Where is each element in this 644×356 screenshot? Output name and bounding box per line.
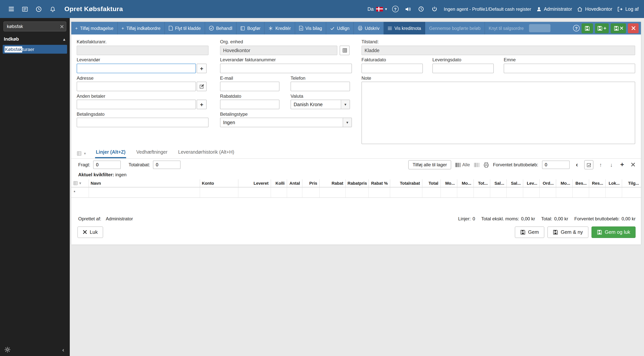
col-tot[interactable]: Tot... <box>474 179 490 187</box>
process-button[interactable]: Behandl <box>205 22 236 34</box>
leveringsdato-input[interactable] <box>432 64 494 73</box>
save-and-new-button[interactable]: Gem & ny <box>547 226 588 238</box>
clear-search-icon[interactable] <box>59 24 65 30</box>
toolbar-save-button[interactable] <box>582 23 593 33</box>
col-sal-2[interactable]: Sal... <box>506 179 523 187</box>
add-receipt-button[interactable]: + Tilføj modtagelse <box>71 22 118 34</box>
rabatdato-input[interactable] <box>220 100 280 109</box>
col-tilg[interactable]: Tilg... <box>622 179 641 187</box>
col-mo-2[interactable]: Mo... <box>457 179 474 187</box>
tab-vedhaeftninger[interactable]: Vedhæftninger <box>136 150 168 158</box>
cell[interactable] <box>287 187 302 197</box>
help-icon[interactable]: ? <box>392 6 398 12</box>
col-mo-3[interactable]: Mo... <box>556 179 572 187</box>
save-and-close-button[interactable]: Gem og luk <box>591 226 636 238</box>
close-button[interactable]: Luk <box>78 226 103 238</box>
cell[interactable] <box>523 187 539 197</box>
grid-options-group[interactable]: ▾ <box>77 151 86 158</box>
forventet-input[interactable] <box>542 160 570 169</box>
cell[interactable] <box>605 187 622 197</box>
fragt-input[interactable] <box>93 160 121 169</box>
notifications-bell-icon[interactable] <box>47 3 58 15</box>
org-enhed-input[interactable] <box>220 46 337 55</box>
cell[interactable] <box>440 187 457 197</box>
col-lok[interactable]: Lok... <box>605 179 622 187</box>
add-line-icon[interactable]: + <box>619 161 626 168</box>
col-leveret[interactable]: Leveret <box>238 179 271 187</box>
collapse-sidebar-button[interactable]: ‹ <box>59 345 68 354</box>
credit-button[interactable]: Kreditér <box>265 22 295 34</box>
logout-button[interactable]: Log af <box>617 6 639 12</box>
col-total[interactable]: Total <box>422 179 440 187</box>
col-ord[interactable]: Ord... <box>539 179 556 187</box>
tab-leverandorhistorik[interactable]: Leverandørhistorik (Alt+H) <box>178 150 235 158</box>
fakturadato-input[interactable] <box>362 64 423 73</box>
sidebar-item-kobsfakturaer[interactable]: Købsfakturaer <box>3 45 67 54</box>
col-rabat-pct[interactable]: Rabat % <box>368 179 390 187</box>
col-bes[interactable]: Bes... <box>572 179 589 187</box>
cell[interactable] <box>302 187 319 197</box>
add-leverandor-icon[interactable]: + <box>197 64 206 73</box>
cell[interactable] <box>539 187 556 197</box>
user-menu[interactable]: Administrator <box>536 6 572 12</box>
cell[interactable] <box>474 187 490 197</box>
col-mo-1[interactable]: Mo... <box>440 179 457 187</box>
new-row-marker-cell[interactable]: * <box>71 187 88 197</box>
col-kolli[interactable]: Kolli <box>271 179 287 187</box>
lev-fakturanr-input[interactable] <box>220 64 352 73</box>
cell[interactable] <box>346 187 368 197</box>
cell[interactable] <box>238 187 271 197</box>
post-button[interactable]: Bogfør <box>236 22 265 34</box>
col-konto[interactable]: Konto <box>200 179 238 187</box>
scan-single-icon[interactable] <box>474 162 480 167</box>
view-credit-note-button[interactable]: Vis kreditnota <box>384 22 425 34</box>
tab-linjer[interactable]: Linjer (Alt+Z) <box>95 150 126 158</box>
print-lines-icon[interactable] <box>484 162 489 168</box>
anden-betaler-input[interactable] <box>77 100 196 109</box>
power-icon[interactable] <box>430 3 439 15</box>
col-pris[interactable]: Pris <box>302 179 319 187</box>
org-enhed-lookup-icon[interactable] <box>340 46 350 55</box>
col-res[interactable]: Res... <box>589 179 605 187</box>
note-textarea[interactable] <box>362 82 635 144</box>
col-navn[interactable]: Navn <box>88 179 200 187</box>
cell[interactable] <box>368 187 390 197</box>
cell[interactable] <box>457 187 474 197</box>
col-lev[interactable]: Lev... <box>523 179 539 187</box>
telefon-input[interactable] <box>290 82 350 91</box>
totalrabat-input[interactable] <box>153 160 181 169</box>
cell[interactable] <box>390 187 422 197</box>
col-rabatpris[interactable]: Rabatpris <box>346 179 368 187</box>
delete-line-icon[interactable] <box>630 162 636 168</box>
row-selector-header[interactable]: ▾ <box>71 179 88 187</box>
toolbar-help-icon[interactable]: ? <box>573 25 580 32</box>
speaker-icon[interactable] <box>404 3 412 15</box>
settings-gear-icon[interactable] <box>3 345 12 354</box>
cell[interactable] <box>622 187 641 197</box>
clock-icon[interactable] <box>417 3 425 15</box>
cell[interactable] <box>422 187 440 197</box>
leverandor-input[interactable] <box>77 64 196 73</box>
edit-adresse-icon[interactable] <box>197 82 206 91</box>
search-input[interactable] <box>4 22 66 32</box>
betalingstype-select[interactable]: Ingen ▾ <box>220 118 352 127</box>
language-selector[interactable]: Da ▾ <box>368 6 387 12</box>
new-line-row[interactable]: * <box>71 187 641 197</box>
email-input[interactable] <box>220 82 280 91</box>
toolbar-save-close-button[interactable] <box>611 23 626 33</box>
valuta-select[interactable]: Danish Krone ▾ <box>290 100 350 109</box>
save-button[interactable]: Gem <box>514 226 544 238</box>
cell[interactable] <box>319 187 346 197</box>
col-antal[interactable]: Antal <box>287 179 302 187</box>
move-up-icon[interactable]: ↑ <box>597 162 604 168</box>
add-anden-betaler-icon[interactable]: + <box>197 100 206 109</box>
settle-button[interactable]: Udlign <box>326 22 354 34</box>
cell[interactable] <box>572 187 589 197</box>
cell[interactable] <box>200 187 238 197</box>
location-menu[interactable]: Hovedkontor <box>577 6 612 12</box>
history-clock-icon[interactable] <box>33 3 44 15</box>
cell[interactable] <box>506 187 523 197</box>
cell[interactable] <box>490 187 506 197</box>
previous-page-icon[interactable]: ‹ <box>574 161 580 168</box>
edit-check-icon[interactable] <box>584 160 594 170</box>
